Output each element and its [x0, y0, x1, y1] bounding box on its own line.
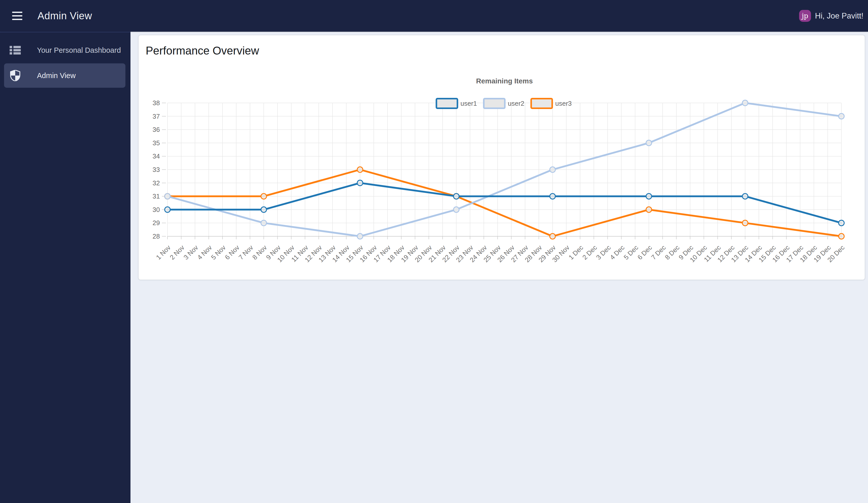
point-user3-15-Nov	[357, 167, 363, 172]
svg-text:29: 29	[153, 219, 160, 227]
main-content: Performance Overview 2829303132333435363…	[131, 32, 868, 503]
svg-text:1 Nov: 1 Nov	[155, 244, 172, 261]
svg-text:user2: user2	[508, 100, 525, 107]
avatar[interactable]: jp	[799, 10, 811, 22]
svg-text:4 Dec: 4 Dec	[608, 244, 626, 261]
sidebar: Your Personal Dashboard Admin View	[0, 32, 131, 503]
sidebar-item-admin-view[interactable]: Admin View	[4, 63, 125, 88]
point-user2-20-Dec	[839, 113, 844, 119]
point-user1-13-Dec	[742, 193, 748, 199]
legend-item-user1[interactable]: user1	[436, 99, 477, 108]
sidebar-item-label: Your Personal Dashboard	[37, 46, 121, 54]
point-user2-29-Nov	[550, 167, 555, 172]
axis-labels: 28293031323334353637381 Nov2 Nov3 Nov4 N…	[153, 99, 846, 264]
user-menu[interactable]: jp Hi, Joe Pavitt!	[799, 10, 864, 22]
point-user1-8-Nov	[261, 207, 267, 212]
point-user1-29-Nov	[550, 193, 555, 199]
chart-title: Remaining Items	[476, 77, 533, 85]
svg-text:31: 31	[153, 192, 160, 200]
svg-text:8 Dec: 8 Dec	[663, 244, 681, 261]
point-user1-6-Dec	[646, 193, 652, 199]
point-user3-29-Nov	[550, 233, 555, 239]
svg-text:7 Nov: 7 Nov	[237, 244, 255, 261]
svg-text:3 Nov: 3 Nov	[182, 244, 200, 261]
greeting-text: Hi, Joe Pavitt!	[815, 11, 864, 21]
svg-text:35: 35	[153, 139, 160, 147]
svg-text:6 Nov: 6 Nov	[223, 244, 241, 261]
series-user1	[165, 180, 844, 226]
svg-text:36: 36	[153, 126, 160, 133]
svg-text:5 Dec: 5 Dec	[622, 244, 640, 261]
point-user1-15-Nov	[357, 180, 363, 186]
svg-text:2 Nov: 2 Nov	[168, 244, 186, 261]
app-header: Admin View jp Hi, Joe Pavitt!	[0, 0, 868, 32]
svg-text:37: 37	[153, 113, 160, 120]
legend-item-user2[interactable]: user2	[484, 99, 525, 108]
svg-text:34: 34	[153, 152, 160, 160]
chart-grid	[162, 103, 841, 239]
svg-text:5 Nov: 5 Nov	[209, 244, 227, 261]
point-user1-1-Nov	[165, 207, 170, 212]
svg-text:2 Dec: 2 Dec	[581, 244, 598, 261]
point-user3-13-Dec	[742, 220, 748, 225]
svg-text:user1: user1	[461, 100, 477, 107]
svg-text:7 Dec: 7 Dec	[650, 244, 667, 261]
series-user3	[165, 167, 844, 239]
point-user3-8-Nov	[261, 193, 267, 199]
svg-text:33: 33	[153, 166, 160, 173]
sidebar-item-label: Admin View	[37, 71, 76, 80]
point-user2-13-Dec	[742, 100, 748, 106]
point-user2-22-Nov	[454, 207, 459, 212]
shield-icon	[10, 70, 21, 81]
svg-text:4 Nov: 4 Nov	[196, 244, 213, 261]
svg-text:32: 32	[153, 179, 160, 187]
svg-text:user3: user3	[555, 100, 572, 107]
svg-text:3 Dec: 3 Dec	[595, 244, 612, 261]
svg-text:8 Nov: 8 Nov	[251, 244, 268, 261]
point-user3-6-Dec	[646, 207, 652, 212]
legend-item-user3[interactable]: user3	[531, 99, 572, 108]
performance-overview-card: Performance Overview 2829303132333435363…	[138, 35, 865, 280]
chart-canvas: 28293031323334353637381 Nov2 Nov3 Nov4 N…	[146, 61, 859, 279]
point-user2-1-Nov	[165, 193, 170, 199]
point-user1-20-Dec	[839, 220, 844, 225]
point-user1-22-Nov	[454, 193, 459, 199]
svg-text:28: 28	[153, 232, 160, 240]
remaining-items-chart: 28293031323334353637381 Nov2 Nov3 Nov4 N…	[146, 61, 859, 279]
svg-text:6 Dec: 6 Dec	[636, 244, 653, 261]
point-user2-15-Nov	[357, 233, 363, 239]
card-title: Performance Overview	[146, 44, 865, 57]
hamburger-menu-icon[interactable]	[12, 12, 22, 20]
svg-text:1 Dec: 1 Dec	[567, 244, 585, 261]
sidebar-item-personal-dashboard[interactable]: Your Personal Dashboard	[4, 38, 125, 62]
svg-text:30: 30	[153, 206, 160, 213]
point-user2-8-Nov	[261, 220, 267, 225]
dashboard-list-icon	[10, 44, 21, 56]
point-user3-20-Dec	[839, 233, 844, 239]
app-title: Admin View	[38, 10, 92, 22]
point-user2-6-Dec	[646, 140, 652, 146]
svg-text:38: 38	[153, 99, 160, 107]
